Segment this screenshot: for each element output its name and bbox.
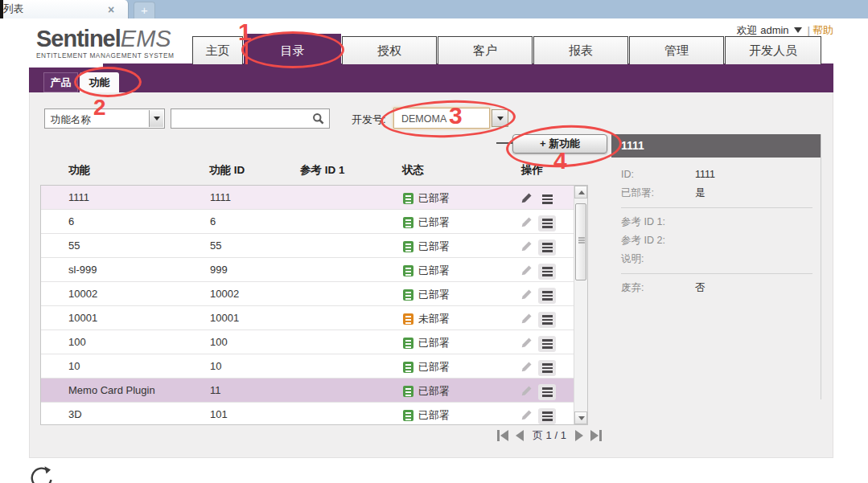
table-row[interactable]: sl-999 999 已部署 [41, 258, 574, 282]
table-row[interactable]: 10001 10001 未部署 [41, 306, 574, 330]
tab-developer[interactable]: 开发人员 [725, 36, 821, 64]
row-menu-icon[interactable] [538, 312, 556, 328]
row-menu-icon[interactable] [538, 239, 556, 256]
scrollbar-down-icon[interactable] [574, 411, 587, 424]
pagination-last-icon[interactable] [590, 430, 602, 441]
table-scrollbar[interactable] [574, 186, 587, 424]
cell-feature-id: 6 [210, 215, 216, 227]
table-row[interactable]: 10 10 已部署 [41, 354, 574, 379]
row-menu-icon[interactable] [538, 191, 556, 207]
dropdown-arrow-icon[interactable] [149, 110, 163, 127]
status-deployed-icon [403, 193, 413, 204]
scrollbar-up-icon[interactable] [574, 186, 587, 199]
table-row[interactable]: 55 55 已部署 [41, 234, 574, 258]
status-deployed-icon [403, 265, 413, 276]
edit-pencil-icon[interactable] [520, 385, 533, 399]
app-logo: SentinelEMS ENTITLEMENT MANAGEMENT SYSTE… [36, 27, 213, 59]
detail-field-label: 说明: [621, 250, 695, 268]
close-tab-icon[interactable]: × [108, 3, 114, 16]
cell-feature-name: 10002 [68, 288, 97, 300]
brand-tagline: ENTITLEMENT MANAGEMENT SYSTEM [36, 51, 213, 59]
table-row[interactable]: 6 6 已部署 [41, 210, 574, 234]
detail-field: 废弃:否 [621, 279, 821, 297]
edit-pencil-icon[interactable] [520, 216, 533, 231]
edit-pencil-icon[interactable] [520, 192, 533, 207]
table-row[interactable]: Memo Card Plugin 11 已部署 [41, 379, 574, 403]
detail-field-label: ID: [621, 166, 695, 184]
row-menu-icon[interactable] [538, 264, 556, 280]
help-link[interactable]: 帮助 [812, 24, 833, 36]
pagination-prev-icon[interactable] [516, 430, 524, 441]
cell-feature-name: 55 [68, 239, 80, 252]
status-label: 已部署 [418, 191, 450, 206]
status-label: 已部署 [418, 360, 450, 375]
browser-tab-bar: 列表 × + [0, 0, 868, 18]
table-row[interactable]: 3D 101 已部署 [41, 403, 574, 425]
edit-pencil-icon[interactable] [520, 313, 533, 327]
cell-feature-name: 3D [68, 408, 82, 420]
row-menu-icon[interactable] [538, 336, 556, 352]
row-menu-icon[interactable] [538, 215, 556, 231]
edit-pencil-icon[interactable] [520, 409, 533, 424]
annotation-step-2: 2 [93, 96, 106, 119]
cell-feature-name: 100 [68, 336, 86, 348]
cell-feature-name: 6 [68, 215, 74, 227]
status-deployed-icon [403, 289, 413, 301]
pagination-first-icon[interactable] [497, 430, 508, 441]
user-menu-caret-icon[interactable] [794, 27, 802, 33]
refresh-icon[interactable] [27, 464, 56, 483]
detail-field-label: 废弃: [621, 279, 695, 297]
row-menu-icon[interactable] [538, 288, 556, 304]
detail-field: 已部署:是 [621, 184, 821, 203]
table-row[interactable]: 10002 10002 已部署 [41, 282, 574, 306]
table-row[interactable]: 1111 1111 已部署 [41, 186, 574, 210]
row-menu-icon[interactable] [538, 408, 556, 424]
detail-field-label: 参考 ID 1: [621, 213, 695, 231]
browser-tab-title: 列表 [3, 2, 106, 16]
edit-pencil-icon[interactable] [520, 264, 533, 279]
detail-field-value: 否 [695, 279, 706, 297]
status-label: 已部署 [418, 215, 450, 230]
status-label: 已部署 [418, 288, 450, 302]
cell-feature-name: sl-999 [68, 264, 97, 276]
cell-feature-id: 11 [210, 384, 221, 396]
row-menu-icon[interactable] [538, 360, 556, 376]
status-deployed-icon [403, 386, 413, 397]
annotation-step-1: 1 [238, 21, 252, 43]
subtab-products[interactable]: 产品 [43, 72, 78, 92]
cell-feature-id: 10 [210, 360, 221, 372]
tab-entitlements[interactable]: 授权 [342, 36, 437, 64]
pagination-next-icon[interactable] [575, 430, 583, 441]
edit-pencil-icon[interactable] [520, 289, 533, 303]
row-menu-icon[interactable] [538, 384, 556, 400]
cell-feature-id: 55 [210, 239, 221, 252]
new-tab-icon[interactable]: + [134, 2, 155, 18]
detail-field-label: 参考 ID 2: [621, 231, 695, 250]
status-label: 已部署 [418, 384, 450, 399]
status-label: 未部署 [418, 312, 450, 326]
browser-tab[interactable]: 列表 × [3, 0, 129, 18]
scrollbar-thumb[interactable] [575, 203, 586, 280]
search-input[interactable] [171, 108, 309, 129]
tab-customers[interactable]: 客户 [438, 36, 533, 64]
status-deployed-icon [403, 241, 413, 252]
edit-pencil-icon[interactable] [520, 361, 533, 375]
annotation-circle-2 [74, 67, 142, 97]
brand-suffix: EMS [121, 26, 171, 51]
tab-admin[interactable]: 管理 [629, 36, 724, 64]
tab-reports[interactable]: 报表 [533, 36, 628, 64]
cell-feature-name: 10 [68, 360, 80, 372]
tab-home[interactable]: 主页 [192, 36, 243, 64]
edit-pencil-icon[interactable] [520, 240, 533, 255]
edit-pencil-icon[interactable] [520, 337, 533, 351]
cell-feature-name: Memo Card Plugin [68, 384, 155, 396]
panel-divider [621, 273, 812, 274]
search-button[interactable] [308, 108, 330, 129]
annotation-line-1 [245, 42, 248, 64]
col-header-feature: 功能 [68, 163, 90, 178]
cell-feature-id: 10001 [210, 312, 239, 324]
welcome-user-label[interactable]: 欢迎 admin [737, 24, 789, 36]
detail-field: ID:1111 [621, 166, 821, 184]
table-row[interactable]: 100 100 已部署 [41, 330, 574, 354]
status-label: 已部署 [418, 408, 450, 423]
